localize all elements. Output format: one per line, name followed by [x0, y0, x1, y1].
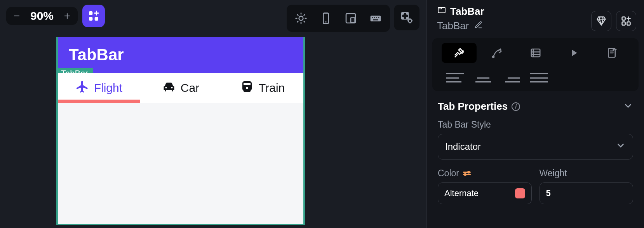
settings-slider-icon[interactable]	[463, 172, 471, 175]
zoom-value: 90%	[30, 9, 54, 23]
svg-point-3	[299, 16, 303, 21]
tab-label: Flight	[94, 81, 122, 95]
preview-tabbar: Flight Car Train	[58, 73, 303, 103]
svg-rect-12	[373, 19, 378, 21]
color-select[interactable]: Alternate	[438, 182, 532, 204]
alignment-row	[432, 66, 639, 91]
panel-tab-preview[interactable]	[556, 43, 591, 63]
add-component-button[interactable]	[616, 11, 636, 31]
panel-tab-design[interactable]	[442, 43, 477, 63]
color-label: Color	[438, 168, 532, 179]
tab-flight[interactable]: Flight	[58, 80, 140, 96]
preview-body	[58, 103, 303, 224]
panel-tab-document[interactable]	[594, 43, 629, 63]
device-tablet-button[interactable]	[339, 7, 362, 30]
align-right-button[interactable]	[502, 73, 520, 82]
svg-point-14	[402, 13, 403, 14]
section-header[interactable]: Tab Properties i	[438, 100, 633, 112]
device-tools-group	[287, 5, 390, 32]
align-justify-button[interactable]	[530, 73, 548, 82]
tab-label: Car	[181, 81, 199, 95]
svg-rect-21	[622, 22, 625, 25]
align-center-button[interactable]	[474, 73, 492, 82]
zoom-in-button[interactable]: +	[61, 9, 74, 23]
svg-rect-7	[371, 16, 381, 21]
car-icon	[162, 80, 176, 96]
align-left-button[interactable]	[446, 73, 464, 82]
svg-rect-22	[627, 22, 630, 25]
svg-rect-2	[95, 17, 98, 21]
tab-bar-style-value: Indicator	[445, 141, 481, 152]
tab-bar-style-label: Tab Bar Style	[438, 119, 633, 130]
diamond-button[interactable]	[591, 11, 611, 31]
section-title-text: Tab Properties	[438, 100, 508, 112]
tab-train[interactable]: Train	[221, 80, 303, 96]
tab-properties-section: Tab Properties i Tab Bar Style Indicator…	[427, 91, 644, 204]
tab-component-icon	[437, 5, 446, 18]
color-swatch	[515, 188, 525, 198]
svg-rect-8	[372, 17, 373, 18]
edit-name-button[interactable]	[474, 20, 483, 32]
svg-rect-24	[531, 49, 540, 57]
layout-settings-button[interactable]	[394, 5, 419, 30]
panel-header: TabBar TabBar	[427, 4, 644, 35]
add-widget-button[interactable]	[82, 5, 105, 27]
svg-rect-20	[622, 17, 625, 20]
tab-indicator	[58, 100, 140, 103]
theme-toggle-button[interactable]	[290, 7, 312, 30]
zoom-out-button[interactable]: −	[10, 9, 23, 23]
chevron-down-icon	[616, 140, 626, 153]
svg-rect-6	[351, 18, 355, 23]
svg-rect-0	[89, 11, 92, 15]
tab-car[interactable]: Car	[140, 80, 222, 96]
panel-subtitle-text: TabBar	[437, 20, 469, 32]
svg-rect-10	[376, 17, 377, 18]
color-label-text: Color	[438, 168, 459, 179]
color-value: Alternate	[444, 188, 479, 198]
weight-label: Weight	[540, 168, 634, 179]
panel-tab-actions[interactable]	[480, 43, 515, 63]
device-phone-button[interactable]	[315, 7, 337, 30]
chevron-down-icon	[623, 101, 633, 112]
panel-tabs	[432, 38, 639, 66]
tab-bar-style-select[interactable]: Indicator	[438, 134, 633, 160]
svg-rect-1	[89, 17, 92, 21]
panel-breadcrumb: TabBar	[437, 20, 484, 32]
properties-panel: TabBar TabBar	[426, 0, 644, 228]
preview-frame[interactable]: TabBar TabBar Flight Car Train	[56, 37, 305, 225]
zoom-control: − 90% +	[6, 7, 78, 25]
svg-point-16	[402, 18, 403, 19]
svg-point-15	[407, 13, 408, 14]
svg-point-17	[407, 18, 408, 19]
tab-label: Train	[259, 81, 285, 95]
preview-title: TabBar	[69, 46, 124, 64]
canvas-area: − 90% +	[0, 0, 426, 228]
airplane-icon	[75, 80, 89, 96]
svg-rect-9	[374, 17, 375, 18]
keyboard-button[interactable]	[364, 7, 387, 30]
preview-appbar: TabBar TabBar	[58, 37, 303, 73]
svg-rect-11	[378, 17, 379, 18]
weight-input[interactable]: 5	[540, 182, 634, 204]
panel-tab-data[interactable]	[518, 43, 553, 63]
canvas-tools	[287, 5, 419, 32]
info-icon[interactable]: i	[512, 102, 520, 111]
panel-component-name: TabBar	[437, 5, 484, 18]
train-icon	[240, 80, 254, 96]
panel-title-text: TabBar	[450, 5, 484, 18]
svg-point-23	[493, 56, 494, 58]
weight-value: 5	[546, 188, 551, 198]
